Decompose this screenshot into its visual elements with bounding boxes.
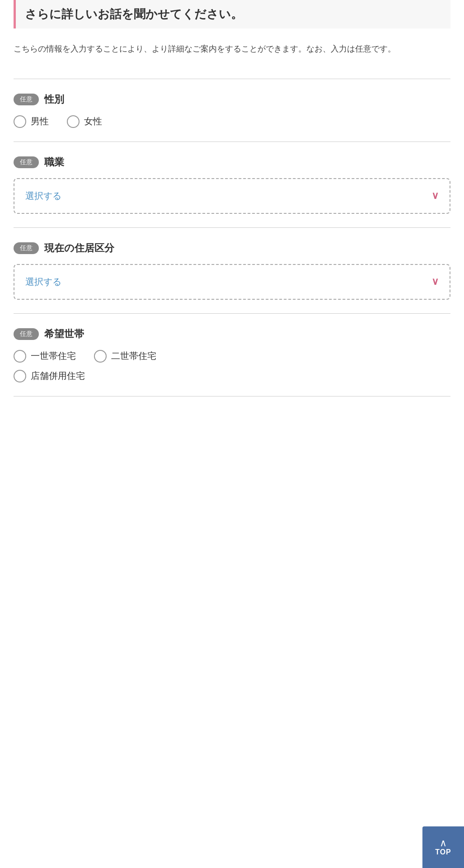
divider-occupation — [14, 227, 450, 228]
form-field-occupation: 任意 職業 選択する ∨ — [14, 156, 450, 214]
select-occupation[interactable]: 選択する ∨ — [14, 178, 450, 214]
field-label-occupation: 職業 — [44, 156, 64, 169]
divider-gender — [14, 142, 450, 142]
badge-optional-gender: 任意 — [14, 94, 39, 105]
radio-group-household: 一世帯住宅 二世帯住宅 店舗併用住宅 — [14, 350, 450, 382]
section-heading: さらに詳しいお話を聞かせてください。 — [14, 0, 450, 28]
radio-label-male: 男性 — [31, 115, 49, 127]
field-label-row-occupation: 任意 職業 — [14, 156, 450, 169]
radio-circle-shop-household[interactable] — [14, 370, 26, 382]
section-title: さらに詳しいお話を聞かせてください。 — [25, 6, 441, 22]
form-field-gender: 任意 性別 男性 女性 — [14, 93, 450, 128]
field-label-row-household: 任意 希望世帯 — [14, 327, 450, 341]
badge-optional-residence: 任意 — [14, 242, 39, 254]
field-label-residence: 現在の住居区分 — [44, 241, 114, 255]
radio-circle-single-household[interactable] — [14, 350, 26, 363]
select-residence[interactable]: 選択する ∨ — [14, 264, 450, 300]
radio-label-shop-household: 店舗併用住宅 — [31, 370, 85, 382]
radio-circle-male[interactable] — [14, 115, 26, 128]
badge-optional-household: 任意 — [14, 328, 39, 340]
description-text: こちらの情報を入力することにより、より詳細なご案内をすることができます。なお、入… — [14, 42, 450, 56]
field-label-gender: 性別 — [44, 93, 64, 106]
field-label-row-gender: 任意 性別 — [14, 93, 450, 106]
radio-item-shop-household[interactable]: 店舗併用住宅 — [14, 370, 450, 382]
radio-label-single-household: 一世帯住宅 — [31, 350, 76, 362]
radio-group-gender: 男性 女性 — [14, 115, 450, 128]
divider-residence — [14, 313, 450, 314]
select-placeholder-occupation: 選択する — [25, 190, 61, 202]
radio-circle-double-household[interactable] — [94, 350, 107, 363]
radio-label-double-household: 二世帯住宅 — [111, 350, 156, 362]
radio-item-single-household[interactable]: 一世帯住宅 — [14, 350, 76, 363]
radio-item-female[interactable]: 女性 — [67, 115, 102, 128]
form-field-household: 任意 希望世帯 一世帯住宅 二世帯住宅 店舗併用住宅 — [14, 327, 450, 382]
radio-circle-female[interactable] — [67, 115, 80, 128]
field-label-household: 希望世帯 — [44, 327, 84, 341]
chevron-down-icon-residence: ∨ — [431, 276, 439, 288]
form-field-residence: 任意 現在の住居区分 選択する ∨ — [14, 241, 450, 300]
divider-household — [14, 396, 450, 396]
badge-optional-occupation: 任意 — [14, 156, 39, 168]
field-label-row-residence: 任意 現在の住居区分 — [14, 241, 450, 255]
chevron-down-icon-occupation: ∨ — [431, 190, 439, 202]
radio-item-male[interactable]: 男性 — [14, 115, 49, 128]
radio-label-female: 女性 — [84, 115, 102, 127]
select-placeholder-residence: 選択する — [25, 276, 61, 288]
radio-item-double-household[interactable]: 二世帯住宅 — [94, 350, 156, 363]
divider-top — [14, 79, 450, 79]
